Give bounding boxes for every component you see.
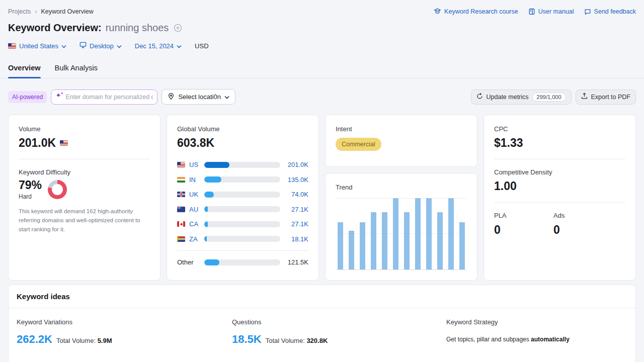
volume-bar (204, 162, 280, 168)
trend-bar (393, 198, 398, 269)
competitive-density-label: Competitive Density (494, 168, 625, 176)
page-title-keyword: running shoes (106, 22, 169, 34)
keyword-research-course-link[interactable]: Keyword Research course (434, 8, 518, 15)
trend-bar (338, 222, 343, 269)
volume-difficulty-card: Volume 201.0K Keyword Difficulty 79% Har… (8, 115, 160, 281)
questions-total: Total Volume: 320.8K (266, 337, 328, 344)
map-pin-icon (168, 93, 175, 102)
upload-icon (581, 93, 588, 101)
keyword-variations-count[interactable]: 262.2K (17, 333, 52, 346)
global-volume-card: Global Volume 603.8K US 201.0K IN 135.0K… (167, 115, 319, 281)
currency-label: USD (195, 42, 208, 50)
global-volume-rows: US 201.0K IN 135.0K UK 74.0K AU 27.1K (177, 157, 308, 270)
kd-level: Hard (19, 193, 42, 200)
kd-description: This keyword will demand 162 high-author… (19, 207, 150, 234)
breadcrumb: Projects › Keyword Overview (8, 8, 94, 15)
user-manual-link[interactable]: User manual (528, 8, 574, 15)
chevron-right-icon: › (35, 8, 37, 15)
cpc-label: CPC (494, 125, 625, 133)
keyword-variations-column: Keyword Variations 262.2K Total Volume: … (17, 318, 232, 346)
metric-cards: Volume 201.0K Keyword Difficulty 79% Har… (0, 105, 644, 276)
in-flag-icon (177, 177, 185, 183)
questions-label: Questions (232, 318, 446, 326)
breadcrumb-projects[interactable]: Projects (8, 8, 31, 15)
za-flag-icon (177, 236, 185, 242)
keyword-strategy-column: Keyword Strategy Get topics, pillar and … (446, 318, 627, 346)
ads-label: Ads (553, 212, 625, 219)
trend-bar (404, 212, 410, 269)
global-volume-row-ca: CA 27.1K (177, 217, 308, 232)
trend-bar (360, 222, 365, 269)
intent-label: Intent (336, 125, 467, 133)
chevron-down-icon (224, 93, 229, 101)
plus-circle-icon[interactable] (174, 24, 182, 32)
trend-bar (437, 212, 443, 269)
global-volume-row-za: ZA 18.1K (177, 232, 308, 247)
global-volume-row-au: AU 27.1K (177, 202, 308, 217)
cpc-card: CPC $1.33 Competitive Density 1.00 PLA 0… (484, 115, 636, 281)
tab-bulk-analysis[interactable]: Bulk Analysis (55, 60, 98, 78)
us-flag-icon (8, 43, 16, 49)
uk-flag-icon (177, 192, 185, 197)
keyword-strategy-text: Get topics, pillar and subpages automati… (446, 336, 627, 343)
book-icon (528, 8, 535, 15)
volume-bar (204, 221, 280, 227)
ai-powered-badge: AI-powered (8, 91, 47, 103)
tab-overview[interactable]: Overview (8, 60, 41, 78)
domain-input[interactable] (51, 89, 157, 105)
volume-bar (204, 206, 280, 212)
pla-label: PLA (494, 212, 553, 219)
intent-card: Intent Commercial (325, 115, 477, 167)
chevron-down-icon (61, 42, 66, 50)
update-metrics-quota: 299/1,000 (532, 93, 566, 102)
trend-bar (371, 212, 376, 269)
tabs-bar: Overview Bulk Analysis (0, 60, 644, 78)
trend-card: Trend (325, 173, 477, 281)
volume-value: 201.0K (19, 136, 150, 150)
keyword-variations-total: Total Volume: 5.9M (56, 337, 112, 344)
trend-bar (382, 212, 387, 269)
breadcrumb-current: Keyword Overview (41, 8, 94, 15)
questions-column: Questions 18.5K Total Volume: 320.8K (232, 318, 446, 346)
trend-bar (415, 198, 421, 269)
chat-bubble-icon (584, 8, 591, 15)
us-flag-icon (177, 162, 185, 167)
monitor-icon (79, 42, 87, 50)
top-bar: Projects › Keyword Overview Keyword Rese… (0, 0, 644, 15)
trend-chart (336, 198, 467, 270)
trend-bar (349, 231, 354, 269)
kd-donut (48, 180, 67, 199)
select-location-dropdown[interactable]: Select locati0n (162, 89, 235, 105)
trend-bar (459, 222, 465, 269)
page-title: Keyword Overview: running shoes (0, 15, 644, 34)
trend-bar (426, 198, 432, 269)
keyword-difficulty-label: Keyword Difficulty (19, 168, 150, 176)
location-filter[interactable]: United States (8, 42, 66, 50)
refresh-icon (476, 93, 483, 101)
pla-value: 0 (494, 223, 553, 237)
keyword-ideas-title: Keyword ideas (9, 285, 635, 308)
global-volume-row-in: IN 135.0K (177, 172, 308, 188)
send-feedback-link[interactable]: Send feedback (584, 8, 636, 15)
us-flag-icon (60, 140, 68, 146)
trend-label: Trend (336, 184, 467, 191)
date-filter[interactable]: Dec 15, 2024 (135, 42, 182, 50)
export-to-pdf-button[interactable]: Export to PDF (576, 89, 636, 105)
global-volume-label: Global Volume (177, 125, 308, 133)
intent-badge[interactable]: Commercial (336, 138, 381, 151)
cpc-value: $1.33 (494, 136, 625, 150)
global-volume-row-us: US 201.0K (177, 157, 308, 172)
update-metrics-button[interactable]: Update metrics 299/1,000 (471, 89, 572, 105)
volume-bar (204, 176, 280, 183)
questions-count[interactable]: 18.5K (232, 333, 262, 346)
header-links: Keyword Research course User manual Send… (434, 8, 636, 15)
au-flag-icon (177, 207, 185, 212)
volume-bar (204, 259, 280, 265)
chevron-down-icon (177, 42, 182, 50)
ca-flag-icon (177, 221, 185, 227)
filter-bar: United States Desktop Dec 15, 2024 USD (0, 34, 644, 50)
ads-value: 0 (553, 223, 625, 237)
toolbar: AI-powered ✦ Select locati0n Update metr… (0, 78, 644, 105)
device-filter[interactable]: Desktop (79, 42, 122, 50)
global-volume-row-other: Other 121.5K (177, 255, 308, 270)
